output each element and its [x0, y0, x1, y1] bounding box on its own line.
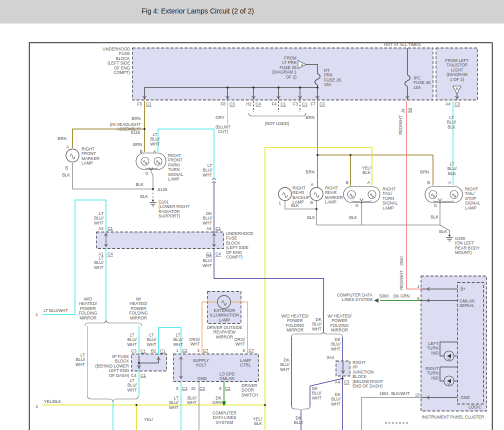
- right-rear-marker-lamp: RIGHTREARMARKERLAMP: [325, 186, 343, 204]
- label-98: BLK/WHT: [187, 396, 197, 405]
- label-123: GND: [460, 395, 470, 400]
- junction-dot: [152, 188, 154, 190]
- ufb1-label: UNDERHOODFUSEBLOCK(LEFT SIDEOF ENGCOMPT): [102, 46, 130, 75]
- label-28: BRN: [58, 136, 66, 141]
- diagram-ref-b-letter: B: [456, 87, 458, 90]
- label-39: A: [153, 149, 156, 154]
- label-99: DKGRN: [212, 396, 222, 405]
- bracket-not-used: [248, 113, 306, 116]
- label-53: C4: [108, 252, 113, 256]
- label-137: A: [310, 182, 314, 187]
- label-133: YEL/BLK: [253, 416, 262, 426]
- label-95: 9: [219, 386, 222, 391]
- brace-mirror2-merge: [292, 406, 310, 412]
- label-106: 3A4: [326, 355, 334, 360]
- wo-mirror-1: W/OHEATED/POWERFOLDINGMIRROR: [78, 296, 97, 320]
- label-35: BLK: [62, 172, 70, 178]
- junction-dot: [226, 86, 228, 88]
- wiring-diagram-svg: ABUNDERHOODFUSEBLOCK(LEFT SIDEOF ENGCOMP…: [0, 0, 504, 430]
- wire-1-number: 1: [36, 312, 38, 317]
- label-129: RED/WHT: [399, 270, 404, 290]
- g400-ground-symbol: [448, 234, 450, 236]
- g101-label: G101(LOWER RIGHTRADIATORSUPPORT): [158, 200, 190, 218]
- label-74: C1: [140, 373, 146, 378]
- label-30: RED/WHT: [398, 115, 403, 134]
- label-24: (BLUNTCUT): [216, 124, 230, 134]
- label-102: DKBLU/WHT: [312, 317, 322, 332]
- right-rear-marker-lamp-symbol: [310, 188, 323, 200]
- label-61: LT BLU/WHT: [44, 308, 68, 313]
- label-132: YEL/: [144, 417, 154, 422]
- label-14: F3: [293, 102, 298, 106]
- driver-door-switch: DRIVERDOORSWITCH: [242, 383, 258, 398]
- label-19: X4: [407, 108, 412, 113]
- right-tail-stop-symbol-filament: [432, 194, 435, 198]
- label-66: LTBLU/WHT: [146, 332, 156, 347]
- label-110: DKBLU/WHT: [331, 392, 341, 406]
- label-144: A: [367, 180, 370, 185]
- label-37: LTBLU/WHT: [150, 132, 160, 146]
- computer-data-lines-1: COMPUTERDATA LINESSYSTEM: [212, 410, 236, 425]
- label-65: LTBLU/WHT: [127, 332, 137, 347]
- label-136: BLK: [291, 203, 299, 208]
- label-11: C4: [256, 102, 261, 106]
- label-25: BRN: [132, 116, 140, 121]
- label-115: DK GRN: [394, 294, 410, 298]
- label-72: C1: [160, 348, 166, 354]
- label-41: G: [145, 171, 148, 176]
- right-tail-turn-symbol-filament: [350, 194, 354, 198]
- label-91: 5: [176, 386, 178, 391]
- label-80: 3: [197, 348, 200, 353]
- junction-dot: [316, 208, 318, 210]
- label-134: 1: [278, 200, 281, 206]
- right-tail-turn-symbol-filament: [370, 194, 374, 198]
- label-128: 2840: [399, 256, 404, 266]
- label-117: 6: [417, 296, 420, 301]
- right-front-park-turn-symbol-bulb: [141, 158, 149, 166]
- label-120: GMLANSERIAL: [460, 298, 474, 308]
- right-front-park-turn-symbol-filament: [156, 160, 160, 164]
- label-50: A2: [98, 226, 104, 231]
- label-12: F4: [272, 102, 276, 106]
- right-tail-turn-symbol: [344, 186, 380, 202]
- label-44: BLK: [140, 194, 148, 199]
- hot-at-all-times: HOT AT ALL TIMES: [384, 42, 421, 47]
- label-108: A4: [335, 380, 340, 384]
- label-150: A: [448, 180, 451, 185]
- instrument-panel-cluster: INSTRUMENT PANEL CLUSTER: [422, 414, 484, 420]
- label-43: S125: [158, 187, 168, 192]
- label-67: LTBLU/WHT: [173, 332, 183, 347]
- junction-dot: [316, 154, 318, 156]
- junction-dot: [264, 404, 266, 406]
- right-rear-backup-lamp: RIGHTREARBACKUPLAMP: [292, 186, 310, 204]
- label-70: C1: [140, 348, 146, 354]
- right-tail-stop-lamp: RIGHTTAIL/STOPSIGNALLAMP: [465, 186, 480, 210]
- label-18: J4: [400, 108, 406, 113]
- w-mirror-2: W/ HEATED/POWERFOLDINGMIRROR: [328, 314, 352, 332]
- label-140: BRN: [306, 170, 314, 174]
- right-tail-turn-symbol-bulb: [348, 190, 356, 198]
- ufb2-label: UNDERHOODFUSEBLOCK(LEFT SIDEOF ENGCOMPT): [226, 231, 254, 260]
- diagram-area: ABUNDERHOODFUSEBLOCK(LEFT SIDEOF ENGCOMP…: [0, 0, 504, 430]
- label-156: LTBLU/BLK: [448, 162, 457, 176]
- junction-dot: [316, 86, 318, 88]
- label-36: BRN: [133, 142, 142, 147]
- label-42: BLK: [136, 182, 144, 187]
- label-48: A4: [206, 226, 212, 231]
- junction-dot: [350, 154, 352, 156]
- label-141: BLK: [307, 215, 315, 220]
- underhood-fuse-block-2: [96, 232, 224, 248]
- g101-ground-symbol: [152, 200, 154, 202]
- label-153: BLK: [430, 214, 438, 220]
- label-27: S115: [130, 130, 140, 135]
- right-tail-stop-symbol-bulb: [450, 190, 458, 198]
- label-105: DKBLU/WHT: [331, 337, 341, 352]
- label-71: B2: [151, 348, 156, 354]
- label-51: C1: [108, 226, 113, 231]
- arrowhead-down: [360, 198, 364, 201]
- label-127: BLK/WHT: [391, 391, 410, 396]
- label-38: B: [140, 149, 142, 154]
- label-97: LTBLU/WHT: [169, 396, 179, 410]
- ip-fuse-block-box: [132, 354, 166, 371]
- label-73: C4: [131, 373, 136, 378]
